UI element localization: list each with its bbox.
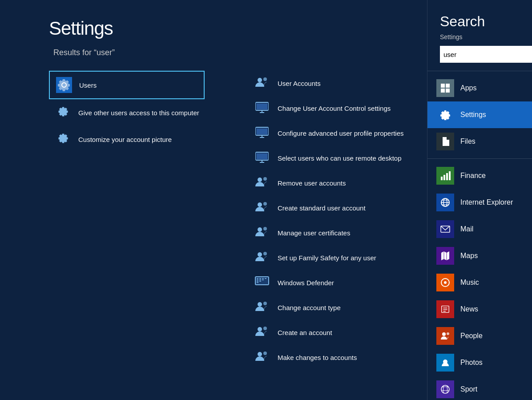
right-item-user-accounts[interactable]: User Accounts bbox=[249, 71, 427, 96]
right-item-remove-user-accounts[interactable]: Remove user accounts bbox=[249, 170, 427, 195]
right-item-label-make-changes-accounts: Make changes to accounts bbox=[278, 354, 357, 361]
svg-point-86 bbox=[447, 332, 449, 335]
settings-item-customize-label: Customize your account picture bbox=[78, 136, 172, 143]
right-item-label-change-uac: Change User Account Control settings bbox=[278, 105, 391, 112]
svg-rect-48 bbox=[259, 281, 261, 282]
app-item-people[interactable]: People bbox=[427, 323, 532, 349]
svg-point-34 bbox=[258, 227, 262, 232]
svg-point-38 bbox=[263, 252, 267, 255]
svg-point-60 bbox=[263, 352, 267, 355]
sport-app-name: Sport bbox=[460, 385, 532, 393]
svg-rect-65 bbox=[441, 89, 445, 93]
content-columns: Users Give other users access to this co… bbox=[49, 71, 427, 370]
svg-rect-69 bbox=[446, 173, 448, 180]
svg-rect-3 bbox=[254, 74, 270, 91]
photos-app-name: Photos bbox=[460, 359, 532, 367]
right-item-label-family-safety: Set up Family Safety for any user bbox=[278, 254, 376, 262]
settings-item-users-label: Users bbox=[79, 81, 97, 89]
svg-rect-27 bbox=[254, 174, 270, 191]
svg-rect-50 bbox=[262, 279, 264, 280]
users-icon-9 bbox=[254, 299, 271, 316]
photos-app-icon bbox=[436, 354, 454, 372]
mail-app-name: Mail bbox=[460, 225, 532, 233]
files-app-icon bbox=[436, 133, 454, 150]
svg-point-32 bbox=[263, 202, 267, 206]
svg-rect-49 bbox=[262, 278, 264, 279]
svg-point-85 bbox=[442, 332, 446, 336]
svg-rect-67 bbox=[441, 177, 443, 180]
right-item-change-uac[interactable]: Change User Account Control settings bbox=[249, 96, 427, 121]
people-app-icon bbox=[436, 327, 454, 345]
settings-app-icon bbox=[436, 106, 454, 124]
svg-rect-70 bbox=[449, 171, 451, 180]
right-item-label-create-account: Create an account bbox=[278, 329, 332, 336]
app-item-internet-explorer[interactable]: Internet Explorer bbox=[427, 189, 532, 216]
svg-point-80 bbox=[444, 281, 447, 284]
right-item-family-safety[interactable]: Set up Family Safety for any user bbox=[249, 245, 427, 270]
search-panel: Search Settings ✕ Apps0Settings16Files12… bbox=[427, 0, 532, 400]
gear-icon-3 bbox=[54, 130, 72, 148]
svg-point-54 bbox=[263, 302, 267, 305]
gear-icon bbox=[55, 76, 73, 94]
settings-item-give-other-users[interactable]: Give other users access to this computer bbox=[49, 99, 205, 126]
svg-rect-55 bbox=[254, 323, 270, 340]
apps-app-name: Apps bbox=[460, 84, 532, 92]
right-item-advanced-user-profile[interactable]: Configure advanced user profile properti… bbox=[249, 121, 427, 145]
svg-rect-66 bbox=[446, 89, 450, 93]
app-item-apps[interactable]: Apps0 bbox=[427, 75, 532, 101]
svg-rect-58 bbox=[254, 348, 270, 365]
internet-explorer-app-name: Internet Explorer bbox=[460, 198, 532, 206]
right-item-manage-user-certs[interactable]: Manage user certificates bbox=[249, 220, 427, 245]
app-item-finance[interactable]: Finance bbox=[427, 162, 532, 189]
monitor-icon-3 bbox=[254, 149, 271, 167]
app-item-maps[interactable]: Maps bbox=[427, 242, 532, 269]
right-item-label-change-account-type: Change account type bbox=[278, 304, 341, 311]
right-item-label-remove-user-accounts: Remove user accounts bbox=[278, 179, 346, 187]
right-item-windows-defender[interactable]: Windows Defender bbox=[249, 270, 427, 295]
settings-item-give-other-users-label: Give other users access to this computer bbox=[78, 109, 199, 117]
svg-rect-42 bbox=[257, 278, 258, 279]
defender-icon-8 bbox=[254, 274, 271, 291]
maps-app-name: Maps bbox=[460, 252, 532, 260]
users-icon-6 bbox=[254, 224, 271, 242]
users-icon-0 bbox=[254, 74, 271, 92]
app-item-news[interactable]: News bbox=[427, 296, 532, 323]
svg-rect-30 bbox=[254, 199, 270, 216]
search-input[interactable] bbox=[440, 46, 532, 63]
app-item-mail[interactable]: Mail bbox=[427, 216, 532, 242]
divider bbox=[427, 71, 532, 71]
right-item-remote-desktop-users[interactable]: Select users who can use remote desktop bbox=[249, 145, 427, 170]
right-item-create-account[interactable]: Create an account bbox=[249, 320, 427, 345]
internet-explorer-app-icon bbox=[436, 194, 454, 211]
app-item-files[interactable]: Files12 bbox=[427, 128, 532, 155]
app-item-photos[interactable]: Photos bbox=[427, 349, 532, 376]
settings-item-users[interactable]: Users bbox=[49, 71, 205, 99]
svg-rect-68 bbox=[443, 175, 445, 180]
right-item-change-account-type[interactable]: Change account type bbox=[249, 295, 427, 320]
svg-point-35 bbox=[263, 227, 267, 230]
sport-app-icon bbox=[436, 380, 454, 398]
svg-point-28 bbox=[258, 178, 262, 182]
svg-rect-44 bbox=[257, 281, 258, 282]
maps-app-icon bbox=[436, 247, 454, 265]
app-item-sport[interactable]: Sport bbox=[427, 376, 532, 400]
svg-point-56 bbox=[258, 327, 262, 331]
music-app-name: Music bbox=[460, 279, 532, 287]
app-item-music[interactable]: Music bbox=[427, 269, 532, 296]
right-item-create-standard-user[interactable]: Create standard user account bbox=[249, 195, 427, 220]
finance-app-icon bbox=[436, 167, 454, 185]
right-item-make-changes-accounts[interactable]: Make changes to accounts bbox=[249, 345, 427, 370]
right-item-label-manage-user-certs: Manage user certificates bbox=[278, 229, 350, 237]
svg-rect-64 bbox=[446, 84, 450, 88]
settings-item-customize-account[interactable]: Customize your account picture bbox=[49, 126, 205, 153]
gear-icon-2 bbox=[54, 104, 72, 121]
app-list: Apps0Settings16Files12FinanceInternet Ex… bbox=[427, 75, 532, 400]
svg-rect-36 bbox=[254, 249, 270, 266]
users-icon-10 bbox=[254, 323, 271, 341]
search-category: Settings bbox=[440, 33, 532, 40]
svg-rect-26 bbox=[257, 154, 267, 159]
users-icon-4 bbox=[254, 174, 271, 192]
svg-point-4 bbox=[258, 78, 262, 82]
app-item-settings[interactable]: Settings16 bbox=[427, 101, 532, 128]
finance-app-name: Finance bbox=[460, 172, 532, 180]
